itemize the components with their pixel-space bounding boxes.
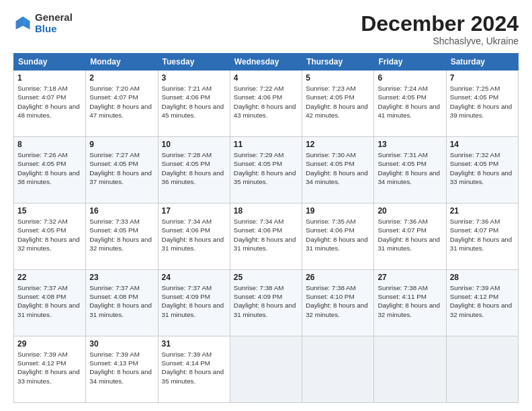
day-number: 27 xyxy=(378,273,442,282)
calendar-table: SundayMondayTuesdayWednesdayThursdayFrid… xyxy=(13,53,519,403)
day-number: 20 xyxy=(378,206,442,216)
day-number: 16 xyxy=(89,206,154,216)
day-number: 2 xyxy=(89,73,154,83)
logo: General Blue xyxy=(13,12,73,34)
day-info: Sunrise: 7:28 AMSunset: 4:05 PMDaylight:… xyxy=(162,150,226,186)
day-info: Sunrise: 7:24 AMSunset: 4:05 PMDaylight:… xyxy=(378,84,442,120)
day-info: Sunrise: 7:36 AMSunset: 4:07 PMDaylight:… xyxy=(450,217,515,253)
calendar-cell: 23Sunrise: 7:37 AMSunset: 4:08 PMDayligh… xyxy=(86,270,158,336)
page: General Blue December 2024 Shchaslyve, U… xyxy=(0,0,532,411)
day-number: 30 xyxy=(89,339,154,349)
calendar-cell: 12Sunrise: 7:30 AMSunset: 4:05 PMDayligh… xyxy=(302,137,374,203)
calendar-cell: 19Sunrise: 7:35 AMSunset: 4:06 PMDayligh… xyxy=(302,203,374,270)
calendar-cell: 20Sunrise: 7:36 AMSunset: 4:07 PMDayligh… xyxy=(374,203,446,270)
day-number: 26 xyxy=(306,273,370,282)
weekday-header: Tuesday xyxy=(158,54,230,71)
day-number: 3 xyxy=(162,73,226,83)
day-info: Sunrise: 7:39 AMSunset: 4:12 PMDaylight:… xyxy=(17,350,82,385)
calendar-cell: 11Sunrise: 7:29 AMSunset: 4:05 PMDayligh… xyxy=(230,137,302,203)
week-row: 15Sunrise: 7:32 AMSunset: 4:05 PMDayligh… xyxy=(14,203,519,270)
calendar-cell xyxy=(230,336,302,403)
day-info: Sunrise: 7:39 AMSunset: 4:14 PMDaylight:… xyxy=(162,350,226,385)
calendar-cell: 10Sunrise: 7:28 AMSunset: 4:05 PMDayligh… xyxy=(158,137,230,203)
calendar-cell: 7Sunrise: 7:25 AMSunset: 4:05 PMDaylight… xyxy=(446,71,518,137)
day-info: Sunrise: 7:18 AMSunset: 4:07 PMDaylight:… xyxy=(17,84,82,120)
header: General Blue December 2024 Shchaslyve, U… xyxy=(13,12,519,46)
day-info: Sunrise: 7:32 AMSunset: 4:05 PMDaylight:… xyxy=(17,217,82,253)
day-number: 1 xyxy=(17,73,82,83)
day-info: Sunrise: 7:20 AMSunset: 4:07 PMDaylight:… xyxy=(89,84,154,120)
day-info: Sunrise: 7:37 AMSunset: 4:08 PMDaylight:… xyxy=(89,283,154,319)
day-info: Sunrise: 7:34 AMSunset: 4:06 PMDaylight:… xyxy=(234,217,298,253)
day-number: 12 xyxy=(306,140,370,149)
calendar-cell: 3Sunrise: 7:21 AMSunset: 4:06 PMDaylight… xyxy=(158,71,230,137)
day-number: 28 xyxy=(450,273,515,282)
day-info: Sunrise: 7:39 AMSunset: 4:13 PMDaylight:… xyxy=(89,350,154,385)
day-info: Sunrise: 7:22 AMSunset: 4:06 PMDaylight:… xyxy=(234,84,298,120)
calendar-cell: 6Sunrise: 7:24 AMSunset: 4:05 PMDaylight… xyxy=(374,71,446,137)
day-info: Sunrise: 7:38 AMSunset: 4:11 PMDaylight:… xyxy=(378,283,442,319)
day-number: 5 xyxy=(306,73,370,83)
calendar-cell: 8Sunrise: 7:26 AMSunset: 4:05 PMDaylight… xyxy=(14,137,86,203)
calendar-body: 1Sunrise: 7:18 AMSunset: 4:07 PMDaylight… xyxy=(14,71,519,403)
calendar-cell: 21Sunrise: 7:36 AMSunset: 4:07 PMDayligh… xyxy=(446,203,518,270)
week-row: 29Sunrise: 7:39 AMSunset: 4:12 PMDayligh… xyxy=(14,336,519,403)
day-info: Sunrise: 7:32 AMSunset: 4:05 PMDaylight:… xyxy=(450,150,515,186)
calendar-cell: 27Sunrise: 7:38 AMSunset: 4:11 PMDayligh… xyxy=(374,270,446,336)
calendar-cell: 2Sunrise: 7:20 AMSunset: 4:07 PMDaylight… xyxy=(86,71,158,137)
title-block: December 2024 Shchaslyve, Ukraine xyxy=(361,12,519,46)
day-info: Sunrise: 7:37 AMSunset: 4:08 PMDaylight:… xyxy=(17,283,82,319)
calendar-cell xyxy=(374,336,446,403)
day-number: 22 xyxy=(17,273,82,282)
day-number: 19 xyxy=(306,206,370,216)
logo-general: General xyxy=(35,11,73,23)
calendar-cell: 14Sunrise: 7:32 AMSunset: 4:05 PMDayligh… xyxy=(446,137,518,203)
day-info: Sunrise: 7:34 AMSunset: 4:06 PMDaylight:… xyxy=(162,217,226,253)
day-info: Sunrise: 7:29 AMSunset: 4:05 PMDaylight:… xyxy=(234,150,298,186)
week-row: 1Sunrise: 7:18 AMSunset: 4:07 PMDaylight… xyxy=(14,71,519,137)
day-info: Sunrise: 7:38 AMSunset: 4:10 PMDaylight:… xyxy=(306,283,370,319)
day-info: Sunrise: 7:39 AMSunset: 4:12 PMDaylight:… xyxy=(450,283,515,319)
week-row: 22Sunrise: 7:37 AMSunset: 4:08 PMDayligh… xyxy=(14,270,519,336)
calendar-cell: 22Sunrise: 7:37 AMSunset: 4:08 PMDayligh… xyxy=(14,270,86,336)
logo-text: General Blue xyxy=(35,12,73,34)
weekday-header: Saturday xyxy=(446,54,518,71)
day-info: Sunrise: 7:31 AMSunset: 4:05 PMDaylight:… xyxy=(378,150,442,186)
day-number: 7 xyxy=(450,73,515,83)
day-info: Sunrise: 7:37 AMSunset: 4:09 PMDaylight:… xyxy=(162,283,226,319)
calendar-cell: 5Sunrise: 7:23 AMSunset: 4:05 PMDaylight… xyxy=(302,71,374,137)
day-number: 15 xyxy=(17,206,82,216)
weekday-header: Thursday xyxy=(302,54,374,71)
calendar-cell: 9Sunrise: 7:27 AMSunset: 4:05 PMDaylight… xyxy=(86,137,158,203)
weekday-header: Sunday xyxy=(14,54,86,71)
week-row: 8Sunrise: 7:26 AMSunset: 4:05 PMDaylight… xyxy=(14,137,519,203)
calendar-cell: 26Sunrise: 7:38 AMSunset: 4:10 PMDayligh… xyxy=(302,270,374,336)
day-number: 6 xyxy=(378,73,442,83)
calendar-cell: 28Sunrise: 7:39 AMSunset: 4:12 PMDayligh… xyxy=(446,270,518,336)
day-number: 24 xyxy=(162,273,226,282)
day-number: 8 xyxy=(17,140,82,149)
calendar-cell: 31Sunrise: 7:39 AMSunset: 4:14 PMDayligh… xyxy=(158,336,230,403)
day-number: 25 xyxy=(234,273,298,282)
day-info: Sunrise: 7:21 AMSunset: 4:06 PMDaylight:… xyxy=(162,84,226,120)
calendar-cell: 24Sunrise: 7:37 AMSunset: 4:09 PMDayligh… xyxy=(158,270,230,336)
day-number: 14 xyxy=(450,140,515,149)
logo-blue-text: Blue xyxy=(35,23,57,34)
calendar-cell: 1Sunrise: 7:18 AMSunset: 4:07 PMDaylight… xyxy=(14,71,86,137)
day-number: 9 xyxy=(89,140,154,149)
day-number: 17 xyxy=(162,206,226,216)
day-number: 23 xyxy=(89,273,154,282)
day-info: Sunrise: 7:26 AMSunset: 4:05 PMDaylight:… xyxy=(17,150,82,186)
calendar-cell xyxy=(302,336,374,403)
day-info: Sunrise: 7:35 AMSunset: 4:06 PMDaylight:… xyxy=(306,217,370,253)
weekday-row: SundayMondayTuesdayWednesdayThursdayFrid… xyxy=(14,54,519,71)
calendar-cell: 4Sunrise: 7:22 AMSunset: 4:06 PMDaylight… xyxy=(230,71,302,137)
calendar-cell: 30Sunrise: 7:39 AMSunset: 4:13 PMDayligh… xyxy=(86,336,158,403)
day-info: Sunrise: 7:36 AMSunset: 4:07 PMDaylight:… xyxy=(378,217,442,253)
weekday-header: Wednesday xyxy=(230,54,302,71)
weekday-header: Monday xyxy=(86,54,158,71)
calendar-cell: 15Sunrise: 7:32 AMSunset: 4:05 PMDayligh… xyxy=(14,203,86,270)
logo-icon xyxy=(13,14,32,33)
calendar-cell: 18Sunrise: 7:34 AMSunset: 4:06 PMDayligh… xyxy=(230,203,302,270)
day-info: Sunrise: 7:30 AMSunset: 4:05 PMDaylight:… xyxy=(306,150,370,186)
